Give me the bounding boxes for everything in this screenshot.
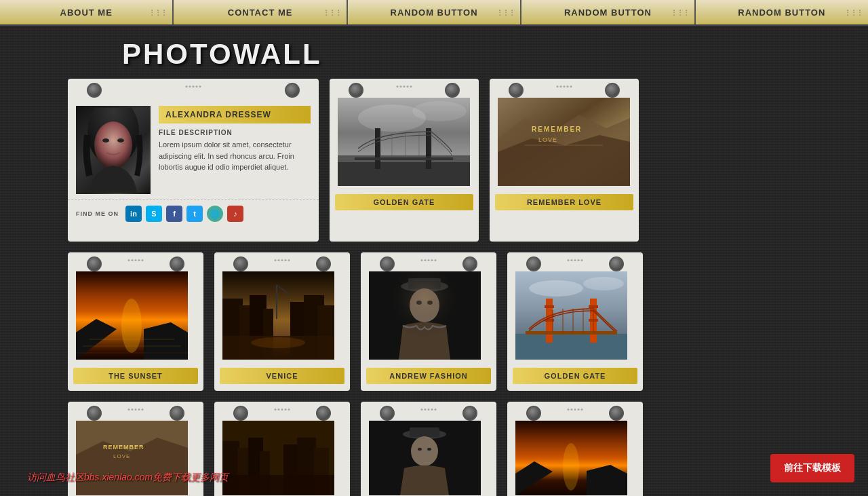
sunset-label: THE SUNSET bbox=[73, 368, 198, 384]
card-dots-profile bbox=[186, 85, 201, 88]
svg-rect-55 bbox=[545, 305, 554, 308]
svg-text:LOVE: LOVE bbox=[113, 453, 130, 459]
svg-point-1 bbox=[94, 121, 132, 169]
svg-point-50 bbox=[529, 280, 583, 297]
svg-rect-80 bbox=[410, 427, 439, 437]
profile-avatar-svg bbox=[79, 108, 147, 193]
svg-rect-77 bbox=[222, 475, 334, 495]
golden-gate-label-1: GOLDEN GATE bbox=[335, 194, 473, 210]
remember-image-small: REMEMBER LOVE bbox=[76, 421, 195, 496]
profile-name-badge: ALEXANDRA DRESSEW bbox=[159, 106, 311, 123]
card-dots-ss bbox=[568, 408, 583, 411]
nav-random-1[interactable]: RANDOM BUTTON bbox=[348, 0, 521, 24]
card-dots-fs bbox=[421, 408, 437, 411]
watermark: 访问血鸟社区bbs.xienlao.com免费下载更多网页 bbox=[27, 472, 229, 484]
sunset-svg-small bbox=[515, 421, 627, 495]
venice-card-small[interactable] bbox=[214, 402, 350, 496]
nav-random-2[interactable]: RANDOM BUTTON bbox=[521, 0, 695, 24]
facebook-icon[interactable]: f bbox=[166, 206, 182, 222]
svg-rect-57 bbox=[589, 305, 598, 308]
remember-love-image: REMEMBER LOVE bbox=[498, 98, 631, 189]
file-desc-label: FILE DESCRIPTION bbox=[159, 129, 311, 136]
svg-point-51 bbox=[583, 277, 624, 290]
golden-gate-card-2[interactable]: GOLDEN GATE bbox=[507, 252, 643, 391]
lastfm-icon[interactable]: ♪ bbox=[227, 206, 243, 222]
remember-love-card[interactable]: REMEMBER LOVE REMEMBER LOVE bbox=[490, 79, 639, 242]
svg-rect-52 bbox=[515, 334, 627, 360]
fashion-svg-small bbox=[369, 421, 481, 495]
card-dots-venice bbox=[275, 259, 290, 261]
svg-point-85 bbox=[563, 443, 579, 491]
nav-about-me[interactable]: ABOUT ME bbox=[0, 0, 174, 24]
venice-image bbox=[222, 271, 342, 362]
svg-point-2 bbox=[102, 138, 109, 142]
earth-icon[interactable]: 🌐 bbox=[207, 206, 223, 222]
golden-gate-label-2: GOLDEN GATE bbox=[513, 368, 637, 384]
card-dots-vs bbox=[275, 408, 290, 411]
golden-gate-image-1 bbox=[338, 98, 471, 189]
fashion-image bbox=[369, 271, 488, 362]
linkedin-icon[interactable]: in bbox=[125, 206, 142, 222]
card-dots-fashion bbox=[421, 259, 437, 261]
row-1: ALEXANDRA DRESSEW FILE DESCRIPTION Lorem… bbox=[68, 79, 800, 242]
svg-rect-9 bbox=[375, 128, 380, 169]
svg-rect-16 bbox=[355, 157, 453, 160]
remember-love-label: REMEMBER LOVE bbox=[495, 194, 633, 210]
profile-inner: ALEXANDRA DRESSEW FILE DESCRIPTION Lorem… bbox=[68, 98, 319, 199]
card-dots-sunset bbox=[128, 259, 144, 261]
svg-rect-7 bbox=[338, 159, 470, 186]
svg-point-24 bbox=[121, 299, 142, 353]
golden-gate-card-1[interactable]: GOLDEN GATE bbox=[330, 79, 479, 242]
card-dots-rl bbox=[557, 85, 572, 88]
sunset-card[interactable]: THE SUNSET bbox=[68, 252, 203, 391]
skype-icon[interactable]: S bbox=[146, 206, 162, 222]
nav-random-3-label: RANDOM BUTTON bbox=[738, 7, 825, 18]
remember-svg-small: REMEMBER LOVE bbox=[76, 421, 188, 495]
page-title: PHOTOWALL bbox=[0, 26, 868, 79]
remember-love-svg: REMEMBER LOVE bbox=[498, 98, 630, 186]
profile-footer: FIND ME ON in S f t 🌐 ♪ bbox=[68, 199, 319, 227]
nav-random-2-label: RANDOM BUTTON bbox=[564, 7, 652, 18]
nav-about-me-label: ABOUT ME bbox=[60, 7, 113, 18]
content-area: ALEXANDRA DRESSEW FILE DESCRIPTION Lorem… bbox=[0, 79, 868, 496]
golden-gate-image-2 bbox=[515, 271, 635, 362]
svg-rect-59 bbox=[526, 331, 617, 335]
fashion-label: Andrew Fashion bbox=[366, 368, 491, 384]
svg-point-83 bbox=[427, 448, 431, 451]
svg-point-82 bbox=[418, 448, 422, 451]
fashion-card-small[interactable] bbox=[361, 402, 496, 496]
fashion-card[interactable]: Andrew Fashion bbox=[361, 252, 496, 391]
profile-card: ALEXANDRA DRESSEW FILE DESCRIPTION Lorem… bbox=[68, 79, 319, 242]
sunset-image-small bbox=[515, 421, 635, 496]
nav-contact-me-label: CONTACT ME bbox=[228, 7, 293, 18]
venice-svg-small bbox=[222, 421, 334, 495]
profile-info: ALEXANDRA DRESSEW FILE DESCRIPTION Lorem… bbox=[159, 106, 311, 194]
venice-label: Venice bbox=[220, 368, 344, 384]
svg-text:LOVE: LOVE bbox=[538, 136, 557, 143]
twitter-icon[interactable]: t bbox=[186, 206, 203, 222]
svg-point-3 bbox=[117, 138, 124, 142]
svg-rect-10 bbox=[426, 128, 431, 169]
sunset-card-small[interactable] bbox=[507, 402, 643, 496]
golden-gate-svg-bw bbox=[338, 98, 470, 186]
venice-card[interactable]: Venice bbox=[214, 252, 350, 391]
row-2: THE SUNSET bbox=[68, 252, 800, 391]
find-me-label: FIND ME ON bbox=[76, 210, 119, 217]
card-dots-rs bbox=[128, 408, 144, 411]
card-dots-gg2 bbox=[568, 259, 583, 261]
download-button[interactable]: 前往下载模板 bbox=[770, 454, 854, 482]
svg-text:REMEMBER: REMEMBER bbox=[532, 126, 582, 133]
nav-random-1-label: RANDOM BUTTON bbox=[391, 7, 478, 18]
card-dots-gg1 bbox=[397, 85, 412, 88]
fashion-svg bbox=[369, 271, 481, 360]
nav-contact-me[interactable]: CONTACT ME bbox=[174, 0, 347, 24]
svg-point-41 bbox=[251, 337, 305, 348]
fashion-image-small bbox=[369, 421, 488, 496]
golden-gate-svg-color bbox=[515, 271, 627, 360]
svg-point-6 bbox=[412, 101, 467, 121]
sunset-image bbox=[76, 271, 195, 362]
svg-point-81 bbox=[411, 436, 438, 466]
nav-random-3[interactable]: RANDOM BUTTON bbox=[696, 0, 868, 24]
nav-bar: ABOUT ME CONTACT ME RANDOM BUTTON RANDOM… bbox=[0, 0, 868, 26]
venice-svg bbox=[222, 271, 334, 360]
